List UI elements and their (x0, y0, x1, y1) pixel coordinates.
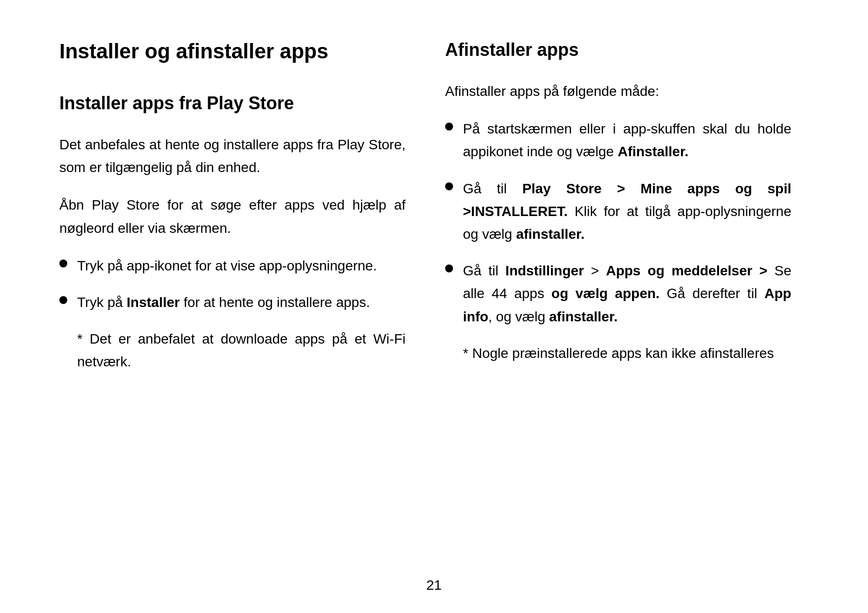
right-note: * Nogle præinstallerede apps kan ikke af… (463, 342, 791, 365)
right-bullet-item-1: På startskærmen eller i app-skuffen skal… (445, 118, 791, 163)
left-note: * Det er anbefalet at downloade apps på … (77, 328, 406, 373)
left-bullet-item-1: Tryk på app-ikonet for at vise app-oplys… (59, 255, 406, 277)
bullet-dot-1 (59, 260, 67, 267)
left-paragraph-1: Det anbefales at hente og installere app… (59, 133, 406, 179)
left-column: Installer og afinstaller apps Installer … (59, 40, 406, 528)
bullet-dot-2 (59, 296, 67, 304)
bold-afinstaller-1: Afinstaller. (618, 144, 688, 159)
main-title: Installer og afinstaller apps (59, 40, 406, 63)
right-bullet-item-2: Gå til Play Store > Mine apps og spil >I… (445, 177, 791, 246)
left-bullet-text-1: Tryk på app-ikonet for at vise app-oplys… (77, 255, 406, 277)
left-bullet-text-2: Tryk på Installer for at hente og instal… (77, 291, 406, 314)
bold-afinstaller-2: afinstaller. (516, 226, 585, 242)
right-bullet-dot-2 (445, 182, 453, 190)
bold-indstillinger: Indstillinger (505, 263, 584, 278)
page: Installer og afinstaller apps Installer … (0, 0, 868, 613)
bold-play-store: Play Store > Mine apps og spil >INSTALLE… (463, 181, 791, 219)
page-footer: 21 (0, 568, 868, 613)
left-section-title: Installer apps fra Play Store (59, 93, 406, 114)
left-paragraph-2: Åbn Play Store for at søge efter apps ve… (59, 194, 406, 239)
left-bullet-item-2: Tryk på Installer for at hente og instal… (59, 291, 406, 314)
bold-apps-meddelelser: Apps og meddelelser > (606, 263, 767, 278)
right-bullet-list: På startskærmen eller i app-skuffen skal… (445, 118, 791, 328)
bold-installer: Installer (127, 295, 180, 310)
right-bullet-dot-1 (445, 123, 453, 131)
content-area: Installer og afinstaller apps Installer … (0, 0, 868, 568)
bold-vaelg-appen: og vælg appen. (551, 286, 660, 301)
right-intro: Afinstaller apps på følgende måde: (445, 80, 791, 103)
right-column: Afinstaller apps Afinstaller apps på føl… (445, 40, 791, 528)
right-bullet-text-3: Gå til Indstillinger > Apps og meddelels… (463, 260, 791, 328)
right-bullet-item-3: Gå til Indstillinger > Apps og meddelels… (445, 260, 791, 328)
right-section-title: Afinstaller apps (445, 40, 791, 60)
right-bullet-dot-3 (445, 264, 453, 272)
page-number: 21 (426, 577, 442, 593)
right-bullet-text-1: På startskærmen eller i app-skuffen skal… (463, 118, 791, 163)
bold-afinstaller-3: afinstaller. (549, 309, 618, 324)
left-bullet-list: Tryk på app-ikonet for at vise app-oplys… (59, 255, 406, 314)
right-bullet-text-2: Gå til Play Store > Mine apps og spil >I… (463, 177, 791, 246)
